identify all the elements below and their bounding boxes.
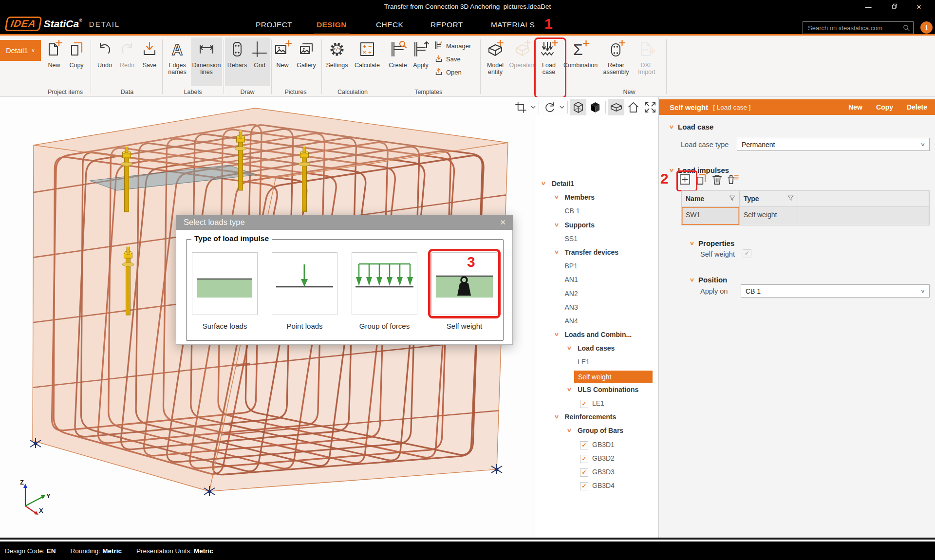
close-icon[interactable]: ✕: [914, 3, 924, 11]
chevron-down-icon[interactable]: ∨: [541, 180, 546, 186]
cube-clip-icon[interactable]: [608, 99, 624, 115]
ribbon-button-dimension-lines[interactable]: Dimension lines: [191, 37, 222, 86]
panel-copy-button[interactable]: Copy: [876, 103, 893, 111]
tree-item-gb3d4[interactable]: ✓GB3D4: [535, 480, 658, 493]
load-type-card-point-loads[interactable]: Point loads: [272, 252, 337, 330]
expand-icon[interactable]: [642, 99, 658, 115]
ribbon-button-new[interactable]: New: [43, 37, 65, 86]
ribbon-button-model-entity[interactable]: Model entity: [481, 37, 509, 86]
tree-item-supports[interactable]: ∨Supports: [535, 219, 658, 233]
crop-icon[interactable]: [512, 99, 529, 115]
tree-item-checkbox[interactable]: ✓: [580, 482, 588, 490]
search-box[interactable]: [803, 21, 914, 34]
tree-item-le1[interactable]: LE1: [535, 356, 658, 370]
chevron-down-icon[interactable]: ∨: [567, 428, 572, 433]
tree-item-le1[interactable]: ✓LE1: [535, 397, 658, 411]
ribbon-button-apply[interactable]: Apply: [410, 37, 431, 86]
chevron-down-icon[interactable]: ∨: [554, 194, 559, 200]
tree-item-gb3d3[interactable]: ✓GB3D3: [535, 466, 658, 480]
close-icon[interactable]: ✕: [500, 218, 506, 227]
cell-type[interactable]: Self weight: [740, 206, 798, 225]
ribbon-small-button-open[interactable]: Open: [434, 66, 471, 79]
ribbon-button-combination[interactable]: ΣCombination: [562, 37, 599, 86]
chevron-down-icon[interactable]: ∨: [554, 249, 559, 255]
tree-item-an3[interactable]: AN3: [535, 301, 658, 315]
info-icon[interactable]: i: [920, 21, 933, 34]
tree-item-bp1[interactable]: BP1: [535, 260, 658, 274]
self-weight-checkbox[interactable]: ✓: [743, 249, 751, 258]
panel-delete-button[interactable]: Delete: [907, 103, 927, 111]
ribbon-button-load-case[interactable]: Load case: [536, 37, 562, 86]
filter-icon[interactable]: [729, 195, 735, 203]
tree-item-transfer-devices[interactable]: ∨Transfer devices: [535, 246, 658, 260]
ribbon-button-rebars[interactable]: Rebars: [225, 37, 249, 86]
tree-item-checkbox[interactable]: ✓: [580, 441, 588, 449]
ribbon-button-grid[interactable]: Grid: [249, 37, 270, 86]
search-input[interactable]: [807, 24, 903, 32]
tree-item-reinforcements[interactable]: ∨Reinforcements: [535, 411, 658, 425]
load-type-card-self-weight[interactable]: 3Self weight: [431, 252, 497, 330]
caret-down-icon[interactable]: [558, 106, 565, 109]
load-type-card-surface-loads[interactable]: Surface loads: [192, 252, 258, 330]
ribbon-button-undo[interactable]: Undo: [94, 37, 116, 86]
load-case-type-dropdown[interactable]: Permanent∨: [737, 138, 930, 151]
tree-item-an4[interactable]: AN4: [535, 315, 658, 329]
ribbon-button-rebar-assembly[interactable]: Rebar assembly: [599, 37, 633, 86]
chevron-down-icon[interactable]: ∨: [554, 414, 559, 420]
tree-item-checkbox[interactable]: ✓: [580, 455, 588, 463]
tree-item-detail1[interactable]: ∨Detail1: [535, 178, 658, 191]
ribbon-small-button-save[interactable]: Save: [434, 53, 471, 66]
ribbon-button-calculate[interactable]: +−×÷Calculate: [352, 37, 383, 86]
tree-item-an1[interactable]: AN1: [535, 274, 658, 287]
detail-selector[interactable]: Detail1∨: [0, 40, 41, 61]
filter-icon[interactable]: [787, 195, 794, 203]
caret-down-icon[interactable]: [529, 106, 537, 109]
ribbon-button-new[interactable]: New: [272, 37, 293, 86]
tab-design[interactable]: DESIGN: [317, 18, 347, 32]
tab-materials[interactable]: MATERIALS: [491, 18, 535, 32]
chevron-down-icon[interactable]: ∨: [567, 345, 572, 351]
duplicate-icon[interactable]: [695, 173, 707, 187]
cube-wire-icon[interactable]: [570, 99, 586, 115]
section-load-case[interactable]: ∨ Load case: [670, 123, 713, 131]
tree-item-gb3d1[interactable]: ✓GB3D1: [535, 439, 658, 452]
tab-check[interactable]: CHECK: [376, 18, 403, 32]
cell-empty[interactable]: [798, 206, 929, 225]
restore-icon[interactable]: [888, 3, 899, 11]
apply-on-dropdown[interactable]: CB 1∨: [741, 284, 930, 298]
section-position[interactable]: ∨ Position: [690, 276, 727, 284]
section-properties[interactable]: ∨ Properties: [690, 239, 734, 247]
ribbon-button-save[interactable]: Save: [138, 37, 161, 86]
ribbon-button-gallery[interactable]: Gallery: [293, 37, 319, 86]
tree-item-cb-1[interactable]: CB 1: [535, 205, 658, 219]
cell-name[interactable]: SW1: [682, 206, 740, 225]
minimize-icon[interactable]: —: [863, 3, 874, 11]
chevron-down-icon[interactable]: ∨: [554, 222, 559, 227]
table-row[interactable]: SW1Self weight: [682, 206, 929, 225]
ribbon-small-button-manager[interactable]: Manager: [434, 39, 471, 53]
tree-item-an2[interactable]: AN2: [535, 288, 658, 301]
ribbon-button-edges-names[interactable]: AEdges names: [164, 37, 191, 86]
tree-item-loads-and-combin-[interactable]: ∨Loads and Combin...: [535, 329, 658, 342]
column-header-name[interactable]: Name: [682, 191, 740, 206]
ribbon-button-create[interactable]: Create: [386, 37, 410, 86]
cube-solid-icon[interactable]: [587, 99, 603, 115]
tree-item-group-of-bars[interactable]: ∨Group of Bars: [535, 425, 658, 438]
tree-item-uls-combinations[interactable]: ∨ULS Combinations: [535, 384, 658, 397]
panel-new-button[interactable]: New: [848, 103, 862, 111]
trash-icon[interactable]: [711, 173, 723, 187]
tree-item-members[interactable]: ∨Members: [535, 191, 658, 205]
tab-project[interactable]: PROJECT: [256, 18, 292, 32]
ribbon-button-copy[interactable]: Copy: [65, 37, 88, 86]
tree-item-checkbox[interactable]: ✓: [580, 468, 588, 477]
chevron-down-icon[interactable]: ∨: [567, 386, 572, 392]
ribbon-button-settings[interactable]: </>Settings: [322, 37, 352, 86]
rotate-icon[interactable]: [541, 99, 558, 115]
chevron-down-icon[interactable]: ∨: [554, 331, 559, 337]
load-type-card-group-of-forces[interactable]: Group of forces: [352, 252, 417, 330]
trash-list-icon[interactable]: [727, 173, 739, 187]
column-header-type[interactable]: Type: [740, 191, 798, 206]
tree-item-checkbox[interactable]: ✓: [580, 400, 588, 408]
tree-item-load-cases[interactable]: ∨Load cases: [535, 342, 658, 356]
home-icon[interactable]: [625, 99, 641, 115]
